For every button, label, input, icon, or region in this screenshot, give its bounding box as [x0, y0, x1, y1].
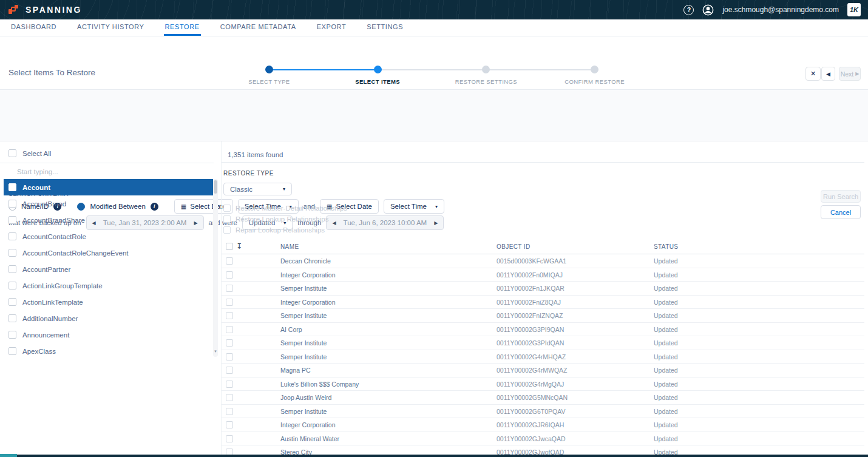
object-checkbox[interactable] [8, 282, 16, 289]
column-header-object-id[interactable]: OBJECT ID [497, 243, 531, 250]
nav-tab[interactable]: SETTINGS [365, 19, 404, 36]
nav-tab[interactable]: ACTIVITY HISTORY [76, 19, 145, 36]
row-object-id: 0011Y00002FniZ8QAJ [497, 299, 561, 306]
table-row[interactable]: Integer Corporation 0011Y00002Fn0MIQAJ U… [222, 268, 864, 282]
close-icon: ✕ [810, 70, 816, 78]
nav-tab[interactable]: EXPORT [316, 19, 348, 36]
table-row[interactable]: Semper Institute 0011Y00002G6T0PQAV Upda… [222, 405, 864, 419]
object-checkbox[interactable] [8, 183, 16, 191]
option-label: Restore Master-Detail Relationships [236, 205, 347, 212]
object-checkbox[interactable] [8, 331, 16, 339]
object-checkbox[interactable] [8, 216, 16, 224]
table-row[interactable]: Deccan Chronicle 0015d00003KFcWGAA1 Upda… [222, 254, 864, 268]
object-checkbox[interactable] [8, 347, 16, 355]
end-time-select[interactable]: Select Time ▾ [384, 199, 444, 214]
user-icon[interactable] [702, 4, 714, 16]
row-checkbox[interactable] [226, 367, 233, 374]
object-type-item[interactable]: AccountContactRoleChangeEvent [0, 245, 213, 261]
object-type-item[interactable]: Account [4, 179, 213, 195]
row-checkbox[interactable] [226, 312, 233, 319]
row-status: Updated [654, 394, 678, 401]
row-checkbox[interactable] [226, 299, 233, 306]
step-dot-todo [591, 66, 598, 73]
object-type-item[interactable]: Announcement [0, 327, 213, 343]
object-type-item[interactable]: ActionLinkTemplate [0, 294, 213, 310]
row-name: Semper Institute [280, 285, 327, 292]
list-scrollbar[interactable] [213, 179, 218, 357]
row-checkbox[interactable] [226, 285, 233, 292]
select-all-rows-checkbox[interactable] [226, 243, 233, 250]
nav-tab[interactable]: RESTORE [164, 19, 201, 36]
footer-bar [0, 455, 868, 457]
restore-type-label: RESTORE TYPE [223, 170, 274, 177]
nav-tab[interactable]: COMPARE METADATA [219, 19, 297, 36]
next-button[interactable]: Next ▶ [839, 67, 861, 81]
option-checkbox[interactable] [223, 205, 231, 212]
help-icon[interactable]: ? [683, 5, 694, 15]
restore-type-select[interactable]: Classic ▾ [223, 183, 292, 195]
nav-tab[interactable]: DASHBOARD [10, 19, 58, 36]
table-row[interactable]: Semper Institute 0011Y00002FnIZNQAZ Upda… [222, 309, 864, 323]
row-object-id: 0011Y00002G5MNcQAN [497, 394, 568, 401]
table-row[interactable]: Semper Institute 0011Y00002G3PIdQAN Upda… [222, 336, 864, 350]
option-checkbox[interactable] [223, 215, 231, 223]
select-all-checkbox[interactable] [8, 149, 16, 157]
divider [0, 163, 214, 163]
table-row[interactable]: Magna PC 0011Y00002G4rMWQAZ Updated [222, 364, 864, 377]
run-search-button[interactable]: Run Search [821, 190, 861, 203]
row-checkbox[interactable] [226, 435, 233, 442]
main-nav: DASHBOARD ACTIVITY HISTORY RESTORE COMPA… [0, 19, 868, 36]
object-checkbox[interactable] [8, 232, 16, 240]
row-checkbox[interactable] [226, 339, 233, 347]
table-row[interactable]: AI Corp 0011Y00002G3PI9QAN Updated [222, 323, 864, 337]
row-checkbox[interactable] [226, 421, 233, 428]
object-checkbox[interactable] [8, 249, 16, 257]
object-type-item[interactable]: AccountBrandShare [0, 212, 213, 228]
row-checkbox[interactable] [226, 408, 233, 415]
option-checkbox[interactable] [223, 226, 231, 234]
object-type-item[interactable]: ApexClass [0, 343, 213, 359]
object-label: AdditionalNumber [22, 315, 78, 322]
table-row[interactable]: Semper Institute 0011Y00002G4rMHQAZ Upda… [222, 350, 864, 364]
table-row[interactable]: Joop Austin Weird 0011Y00002G5MNcQAN Upd… [222, 391, 864, 405]
row-checkbox[interactable] [226, 353, 233, 361]
object-type-item[interactable]: AccountPartner [0, 261, 213, 277]
step-confirm-restore[interactable]: CONFIRM RESTORE [540, 66, 649, 85]
table-row[interactable]: Integer Corporation 0011Y00002GJR6IQAH U… [222, 418, 864, 432]
sort-icon[interactable]: ↧ [236, 242, 242, 251]
table-row[interactable]: Luke's Billion $$$ Company 0011Y00002G4r… [222, 377, 864, 391]
row-checkbox[interactable] [226, 257, 233, 265]
object-filter-input[interactable] [16, 168, 170, 176]
row-name: Semper Institute [280, 408, 327, 415]
object-checkbox[interactable] [8, 314, 16, 322]
object-type-item[interactable]: AccountBrand [0, 195, 213, 212]
table-row[interactable]: Austin Mineral Water 0011Y00002GJwcaQAD … [222, 432, 864, 446]
row-name: Semper Institute [280, 339, 327, 347]
object-checkbox[interactable] [8, 265, 16, 273]
chevron-right-icon[interactable]: ▶ [434, 220, 438, 226]
object-type-item[interactable]: AdditionalNumber [0, 310, 213, 327]
column-header-status[interactable]: STATUS [654, 243, 678, 250]
close-button[interactable]: ✕ [805, 67, 821, 81]
row-status: Updated [654, 421, 678, 428]
step-dot-done [265, 66, 273, 73]
cancel-button[interactable]: Cancel [821, 205, 861, 219]
row-checkbox[interactable] [226, 394, 233, 401]
scroll-down-icon[interactable]: ▼ [212, 350, 219, 353]
scrollbar-thumb[interactable] [214, 180, 217, 194]
step-dot-todo [482, 66, 490, 73]
row-name: Joop Austin Weird [280, 394, 331, 401]
column-header-name[interactable]: NAME [280, 243, 299, 250]
kaseya-badge[interactable]: 1K [847, 3, 861, 16]
object-checkbox[interactable] [8, 298, 16, 306]
object-type-item[interactable]: ActionLinkGroupTemplate [0, 277, 213, 294]
back-button[interactable]: ◀ [821, 67, 835, 81]
table-row[interactable]: Semper Institute 0011Y00002Fn1JKQAR Upda… [222, 282, 864, 296]
object-type-list: Account AccountBrand AccountBrandShare A… [0, 179, 213, 359]
row-checkbox[interactable] [226, 271, 233, 279]
object-checkbox[interactable] [8, 200, 16, 208]
row-checkbox[interactable] [226, 326, 233, 333]
object-type-item[interactable]: AccountContactRole [0, 228, 213, 245]
row-checkbox[interactable] [226, 381, 233, 388]
table-row[interactable]: Integer Corporation 0011Y00002FniZ8QAJ U… [222, 296, 864, 310]
